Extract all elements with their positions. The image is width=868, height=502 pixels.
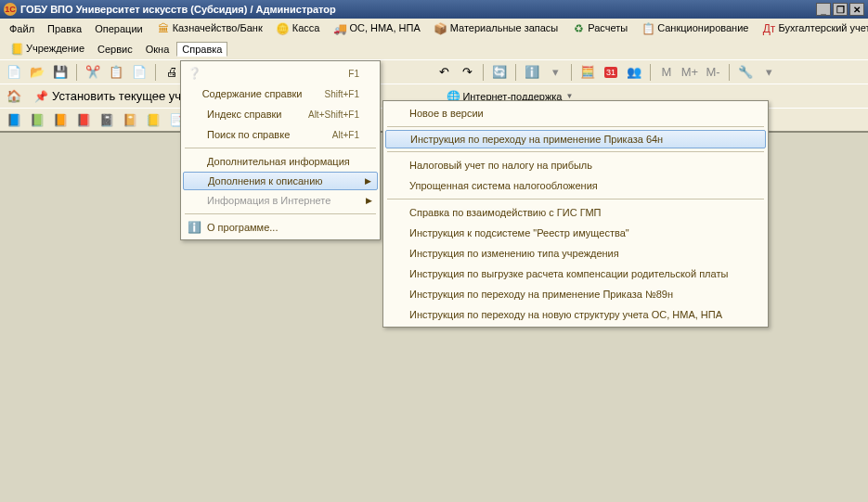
- help-dropdown: ❔ F1 Содержание справки Shift+F1 Индекс …: [180, 60, 381, 240]
- add-order89[interactable]: Инструкция по переходу на применение При…: [385, 284, 766, 304]
- redo-button[interactable]: ↷: [457, 62, 477, 83]
- help-extra[interactable]: Дополнительная информация: [183, 151, 378, 172]
- toolbar-main: 📄 📂 💾 ✂️ 📋 📄 🖨 🔍 ↶ ↷ 🔄 ℹ️ ▾ 🧮 31 👥 M M+ …: [0, 59, 868, 84]
- menubar-main: Файл Правка Операции 🏛Казначейство/Банк …: [0, 19, 868, 39]
- close-button[interactable]: ✕: [849, 3, 864, 16]
- menu-operations[interactable]: Операции: [89, 21, 148, 36]
- users-button[interactable]: 👥: [624, 62, 644, 83]
- menu-sanction[interactable]: 📋Санкционирование: [635, 19, 754, 38]
- save-button[interactable]: 💾: [50, 62, 71, 83]
- calendar-button[interactable]: 31: [601, 62, 621, 83]
- copy-button[interactable]: 📋: [106, 62, 126, 83]
- icon1[interactable]: 📘: [4, 109, 24, 130]
- help-inet[interactable]: Информация в Интернете ▶: [183, 190, 378, 211]
- bank-icon: 🏛: [156, 21, 171, 36]
- icon5[interactable]: 📓: [97, 109, 117, 130]
- help-icon: ❔: [187, 66, 201, 81]
- shortcut-label: Alt+F1: [332, 130, 359, 140]
- help-search[interactable]: Поиск по справке Alt+F1: [183, 124, 378, 145]
- book-icon: 📒: [9, 42, 24, 57]
- client-area: ❔ F1 Содержание справки Shift+F1 Индекс …: [0, 133, 868, 502]
- calc-button[interactable]: 🧮: [577, 62, 598, 83]
- coins-icon: 🪙: [276, 21, 291, 36]
- add-order64[interactable]: Инструкция по переходу на применение При…: [385, 130, 766, 148]
- shortcut-label: Shift+F1: [324, 89, 359, 99]
- m-button[interactable]: M: [656, 62, 677, 83]
- chevron-down-icon: ▼: [566, 92, 574, 100]
- shortcut-label: F1: [348, 69, 359, 79]
- app-icon: 1C: [4, 3, 17, 16]
- tools-button[interactable]: 🔧: [735, 62, 756, 83]
- minimize-button[interactable]: _: [816, 3, 831, 16]
- print-button[interactable]: 🖨: [162, 62, 182, 83]
- shortcut-label: Alt+Shift+F1: [308, 109, 359, 120]
- icon7[interactable]: 📒: [143, 109, 163, 130]
- open-button[interactable]: 📂: [27, 62, 47, 83]
- menu-accounting[interactable]: ДтБухгалтерский учет: [756, 19, 868, 38]
- window-title: ГОБУ ВПО Университет искусств (Субсидия)…: [20, 4, 816, 15]
- tools-dropdown[interactable]: ▾: [758, 62, 779, 83]
- menu-calc[interactable]: ♻Расчеты: [565, 19, 633, 38]
- refresh-button[interactable]: 🔄: [489, 62, 510, 83]
- box-icon: 📦: [434, 21, 448, 36]
- mminus-button[interactable]: M-: [703, 62, 723, 83]
- cut-button[interactable]: ✂️: [83, 62, 103, 83]
- undo-button[interactable]: ↶: [434, 62, 454, 83]
- additions-submenu: Новое в версии Инструкция по переходу на…: [382, 100, 769, 328]
- add-gis[interactable]: Справка по взаимодействию с ГИС ГМП: [385, 202, 766, 223]
- menubar-secondary: 📒Учреждение Сервис Окна Справка: [0, 39, 868, 59]
- add-simple[interactable]: Упрощенная система налогообложения: [385, 175, 766, 196]
- add-registry[interactable]: Инструкция к подсистеме "Реестр имуществ…: [385, 223, 766, 243]
- menu-treasury[interactable]: 🏛Казначейство/Банк: [150, 19, 268, 38]
- help-contents[interactable]: Содержание справки Shift+F1: [183, 84, 378, 104]
- ledger-icon: Дт: [761, 21, 776, 36]
- add-new-in-version[interactable]: Новое в версии: [385, 103, 766, 123]
- menu-materials[interactable]: 📦Материальные запасы: [428, 19, 564, 38]
- help-about[interactable]: ℹ️ О программе...: [183, 217, 378, 238]
- add-typechange[interactable]: Инструкция по изменению типа учреждения: [385, 243, 766, 264]
- info-icon: ℹ️: [187, 220, 201, 235]
- dropdown-button[interactable]: ▾: [545, 62, 565, 83]
- title-bar: 1C ГОБУ ВПО Университет искусств (Субсид…: [0, 0, 868, 19]
- icon3[interactable]: 📙: [50, 109, 71, 130]
- help-index[interactable]: Индекс справки Alt+Shift+F1: [183, 104, 378, 124]
- mplus-button[interactable]: M+: [680, 62, 700, 83]
- menu-service[interactable]: Сервис: [92, 42, 138, 57]
- help-f1[interactable]: ❔ F1: [183, 63, 378, 84]
- menu-windows[interactable]: Окна: [140, 42, 175, 57]
- menu-help[interactable]: Справка: [176, 42, 227, 57]
- restore-button[interactable]: ❐: [833, 3, 848, 16]
- add-tax[interactable]: Налоговый учет по налогу на прибыль: [385, 155, 766, 175]
- menu-assets[interactable]: 🚚ОС, НМА, НПА: [327, 19, 425, 38]
- icon6[interactable]: 📔: [120, 109, 140, 130]
- menu-cash[interactable]: 🪙Касса: [270, 19, 326, 38]
- stamp-icon: 📋: [641, 21, 655, 36]
- add-osstruct[interactable]: Инструкция по переходу на новую структур…: [385, 304, 766, 325]
- info-button[interactable]: ℹ️: [522, 62, 542, 83]
- icon2[interactable]: 📗: [27, 109, 47, 130]
- submenu-arrow-icon: ▶: [365, 176, 371, 186]
- help-additions[interactable]: Дополнения к описанию ▶: [183, 172, 378, 190]
- new-doc-button[interactable]: 📄: [4, 62, 24, 83]
- truck-icon: 🚚: [332, 21, 347, 36]
- menu-edit[interactable]: Правка: [42, 21, 87, 36]
- menu-institution[interactable]: 📒Учреждение: [4, 40, 90, 58]
- cycle-icon: ♻: [571, 21, 586, 36]
- paste-button[interactable]: 📄: [129, 62, 149, 83]
- icon4[interactable]: 📕: [73, 109, 94, 130]
- home-button[interactable]: 🏠: [4, 86, 24, 107]
- menu-file[interactable]: Файл: [4, 21, 40, 36]
- pin-icon: 📌: [33, 89, 48, 104]
- add-parentpay[interactable]: Инструкция по выгрузке расчета компенсац…: [385, 264, 766, 284]
- submenu-arrow-icon: ▶: [366, 196, 372, 205]
